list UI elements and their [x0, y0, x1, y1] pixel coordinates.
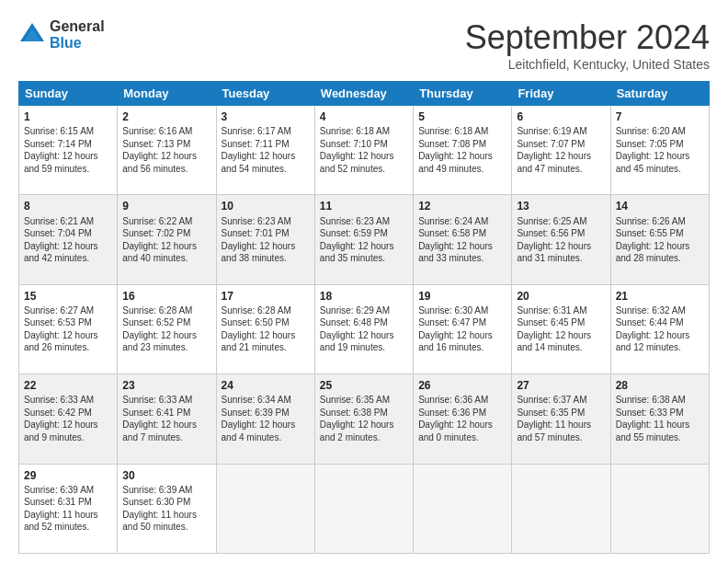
day-info: Sunrise: 6:38 AM Sunset: 6:33 PM Dayligh…: [616, 394, 704, 443]
day-number: 10: [222, 199, 310, 213]
day-number: 23: [122, 378, 210, 393]
location: Leitchfield, Kentucky, United States: [465, 57, 710, 72]
day-number: 27: [517, 378, 605, 393]
day-number: 4: [320, 109, 408, 124]
col-tuesday: Tuesday: [216, 82, 314, 106]
calendar-cell: 17Sunrise: 6:28 AM Sunset: 6:50 PM Dayli…: [216, 284, 314, 373]
calendar-cell: 6Sunrise: 6:19 AM Sunset: 7:07 PM Daylig…: [512, 106, 610, 195]
day-info: Sunrise: 6:23 AM Sunset: 6:59 PM Dayligh…: [320, 215, 408, 265]
calendar-cell: 4Sunrise: 6:18 AM Sunset: 7:10 PM Daylig…: [314, 106, 413, 195]
day-info: Sunrise: 6:36 AM Sunset: 6:36 PM Dayligh…: [418, 394, 506, 443]
day-info: Sunrise: 6:33 AM Sunset: 6:42 PM Dayligh…: [24, 394, 112, 443]
calendar-cell: 30Sunrise: 6:39 AM Sunset: 6:30 PM Dayli…: [118, 464, 216, 553]
page: General Blue September 2024 Leitchfield,…: [0, 0, 728, 563]
calendar-cell: 3Sunrise: 6:17 AM Sunset: 7:11 PM Daylig…: [216, 106, 314, 195]
day-info: Sunrise: 6:39 AM Sunset: 6:30 PM Dayligh…: [122, 484, 210, 534]
day-info: Sunrise: 6:21 AM Sunset: 7:04 PM Dayligh…: [24, 215, 112, 265]
calendar-cell: 9Sunrise: 6:22 AM Sunset: 7:02 PM Daylig…: [118, 195, 216, 284]
col-sunday: Sunday: [19, 82, 118, 106]
calendar-cell: 10Sunrise: 6:23 AM Sunset: 7:01 PM Dayli…: [216, 195, 314, 284]
calendar-cell: 11Sunrise: 6:23 AM Sunset: 6:59 PM Dayli…: [314, 195, 413, 284]
calendar-cell: 25Sunrise: 6:35 AM Sunset: 6:38 PM Dayli…: [314, 374, 413, 464]
day-info: Sunrise: 6:25 AM Sunset: 6:56 PM Dayligh…: [517, 215, 605, 265]
col-thursday: Thursday: [414, 82, 512, 106]
calendar-cell: 18Sunrise: 6:29 AM Sunset: 6:48 PM Dayli…: [314, 284, 413, 373]
day-number: 18: [320, 289, 408, 304]
day-info: Sunrise: 6:17 AM Sunset: 7:11 PM Dayligh…: [222, 125, 310, 175]
empty-cell: [414, 464, 512, 553]
day-number: 12: [418, 199, 506, 213]
empty-cell: [512, 464, 610, 553]
day-info: Sunrise: 6:23 AM Sunset: 7:01 PM Dayligh…: [222, 215, 310, 265]
calendar-cell: 1Sunrise: 6:15 AM Sunset: 7:14 PM Daylig…: [19, 106, 118, 195]
calendar-cell: 2Sunrise: 6:16 AM Sunset: 7:13 PM Daylig…: [118, 106, 216, 195]
day-info: Sunrise: 6:28 AM Sunset: 6:50 PM Dayligh…: [222, 304, 310, 354]
day-number: 28: [616, 378, 704, 393]
calendar-cell: 14Sunrise: 6:26 AM Sunset: 6:55 PM Dayli…: [610, 195, 709, 284]
day-info: Sunrise: 6:28 AM Sunset: 6:52 PM Dayligh…: [122, 304, 210, 354]
calendar-cell: 27Sunrise: 6:37 AM Sunset: 6:35 PM Dayli…: [512, 374, 610, 464]
day-number: 1: [24, 109, 112, 124]
day-number: 19: [418, 289, 506, 304]
calendar-cell: 20Sunrise: 6:31 AM Sunset: 6:45 PM Dayli…: [512, 284, 610, 373]
day-info: Sunrise: 6:26 AM Sunset: 6:55 PM Dayligh…: [616, 215, 704, 265]
month-title: September 2024: [465, 18, 710, 57]
calendar-cell: 24Sunrise: 6:34 AM Sunset: 6:39 PM Dayli…: [216, 374, 314, 464]
day-number: 15: [24, 289, 112, 304]
calendar-cell: 29Sunrise: 6:39 AM Sunset: 6:31 PM Dayli…: [19, 464, 118, 553]
empty-cell: [610, 464, 709, 553]
day-number: 22: [24, 378, 112, 393]
day-info: Sunrise: 6:27 AM Sunset: 6:53 PM Dayligh…: [24, 304, 112, 354]
header-row: Sunday Monday Tuesday Wednesday Thursday…: [19, 82, 710, 106]
day-number: 11: [320, 199, 408, 213]
day-number: 26: [418, 378, 506, 393]
day-number: 29: [24, 468, 112, 483]
day-number: 7: [616, 109, 704, 124]
calendar-cell: 16Sunrise: 6:28 AM Sunset: 6:52 PM Dayli…: [118, 284, 216, 373]
empty-cell: [216, 464, 314, 553]
empty-cell: [314, 464, 413, 553]
calendar-week-row: 22Sunrise: 6:33 AM Sunset: 6:42 PM Dayli…: [19, 374, 710, 464]
calendar-cell: 19Sunrise: 6:30 AM Sunset: 6:47 PM Dayli…: [414, 284, 512, 373]
logo-line1: General: [50, 18, 105, 35]
calendar-cell: 8Sunrise: 6:21 AM Sunset: 7:04 PM Daylig…: [19, 195, 118, 284]
calendar-cell: 28Sunrise: 6:38 AM Sunset: 6:33 PM Dayli…: [610, 374, 709, 464]
day-info: Sunrise: 6:37 AM Sunset: 6:35 PM Dayligh…: [517, 394, 605, 443]
calendar-cell: 21Sunrise: 6:32 AM Sunset: 6:44 PM Dayli…: [610, 284, 709, 373]
calendar-cell: 7Sunrise: 6:20 AM Sunset: 7:05 PM Daylig…: [610, 106, 709, 195]
calendar-week-row: 29Sunrise: 6:39 AM Sunset: 6:31 PM Dayli…: [19, 464, 710, 553]
logo-text: General Blue: [50, 18, 105, 51]
day-info: Sunrise: 6:32 AM Sunset: 6:44 PM Dayligh…: [616, 304, 704, 354]
day-number: 30: [122, 468, 210, 483]
day-info: Sunrise: 6:22 AM Sunset: 7:02 PM Dayligh…: [122, 215, 210, 265]
day-number: 3: [222, 109, 310, 124]
calendar-cell: 26Sunrise: 6:36 AM Sunset: 6:36 PM Dayli…: [414, 374, 512, 464]
header: General Blue September 2024 Leitchfield,…: [18, 18, 710, 72]
day-number: 20: [517, 289, 605, 304]
day-number: 13: [517, 199, 605, 213]
logo: General Blue: [18, 18, 105, 51]
day-info: Sunrise: 6:30 AM Sunset: 6:47 PM Dayligh…: [418, 304, 506, 354]
day-number: 5: [418, 109, 506, 124]
day-number: 2: [122, 109, 210, 124]
calendar-cell: 15Sunrise: 6:27 AM Sunset: 6:53 PM Dayli…: [19, 284, 118, 373]
calendar-cell: 12Sunrise: 6:24 AM Sunset: 6:58 PM Dayli…: [414, 195, 512, 284]
calendar-table: Sunday Monday Tuesday Wednesday Thursday…: [18, 81, 710, 554]
day-info: Sunrise: 6:20 AM Sunset: 7:05 PM Dayligh…: [616, 125, 704, 175]
day-info: Sunrise: 6:18 AM Sunset: 7:08 PM Dayligh…: [418, 125, 506, 175]
calendar-week-row: 1Sunrise: 6:15 AM Sunset: 7:14 PM Daylig…: [19, 106, 710, 195]
day-number: 17: [222, 289, 310, 304]
calendar-week-row: 8Sunrise: 6:21 AM Sunset: 7:04 PM Daylig…: [19, 195, 710, 284]
day-info: Sunrise: 6:35 AM Sunset: 6:38 PM Dayligh…: [320, 394, 408, 443]
logo-line2: Blue: [50, 35, 105, 52]
day-info: Sunrise: 6:29 AM Sunset: 6:48 PM Dayligh…: [320, 304, 408, 354]
day-info: Sunrise: 6:15 AM Sunset: 7:14 PM Dayligh…: [24, 125, 112, 175]
day-info: Sunrise: 6:39 AM Sunset: 6:31 PM Dayligh…: [24, 484, 112, 534]
day-info: Sunrise: 6:33 AM Sunset: 6:41 PM Dayligh…: [122, 394, 210, 443]
calendar-cell: 5Sunrise: 6:18 AM Sunset: 7:08 PM Daylig…: [414, 106, 512, 195]
day-info: Sunrise: 6:31 AM Sunset: 6:45 PM Dayligh…: [517, 304, 605, 354]
day-number: 6: [517, 109, 605, 124]
col-monday: Monday: [118, 82, 216, 106]
day-number: 9: [122, 199, 210, 213]
calendar-cell: 13Sunrise: 6:25 AM Sunset: 6:56 PM Dayli…: [512, 195, 610, 284]
